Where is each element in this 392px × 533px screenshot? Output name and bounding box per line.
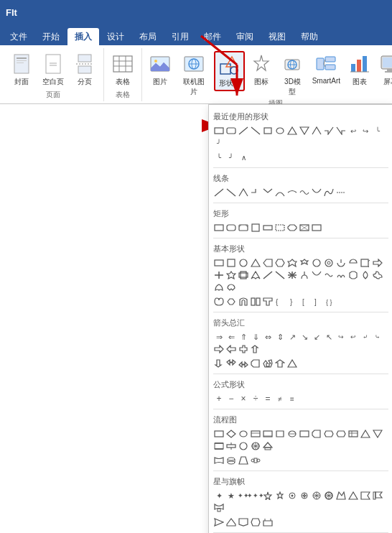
shape-item[interactable]: ★ (225, 490, 237, 501)
shape-item[interactable] (250, 296, 261, 307)
shape-item[interactable] (372, 490, 383, 501)
tab-layout[interactable]: 布局 (132, 28, 164, 45)
shape-item[interactable] (360, 428, 371, 440)
shape-item[interactable]: ╰ (213, 152, 225, 163)
shape-item[interactable] (238, 516, 249, 528)
shape-item[interactable] (299, 125, 310, 136)
shape-item[interactable]: } (286, 296, 298, 307)
shape-item[interactable] (311, 257, 322, 269)
shape-item[interactable] (274, 358, 286, 369)
shape-item[interactable] (274, 257, 286, 269)
shape-item[interactable] (238, 440, 249, 452)
shape-item[interactable] (238, 125, 249, 136)
screenshot-button[interactable]: 屏幕 (376, 51, 392, 88)
shape-item[interactable]: { } (323, 296, 335, 307)
shape-item[interactable]: ⇒ (213, 331, 225, 343)
tab-insert[interactable]: 插入 (67, 28, 99, 45)
shape-item[interactable] (347, 269, 359, 281)
shape-item[interactable]: ↖ (323, 331, 335, 343)
online-picture-button[interactable]: 联机图片 (177, 51, 211, 98)
shape-item[interactable] (286, 187, 298, 198)
shape-item[interactable] (311, 222, 322, 233)
shape-item[interactable]: ╯ (225, 152, 237, 163)
shape-item[interactable] (250, 125, 261, 136)
shape-item[interactable]: + (213, 393, 225, 404)
shape-item[interactable] (238, 269, 249, 281)
shape-item[interactable]: ⇕ (274, 331, 286, 343)
shape-item[interactable] (286, 222, 298, 233)
shape-item[interactable] (250, 516, 261, 528)
shape-item[interactable] (213, 440, 225, 452)
shape-item[interactable] (360, 257, 371, 269)
page-break-button[interactable]: 分页 (70, 51, 99, 88)
shape-item[interactable] (274, 125, 286, 136)
tab-view[interactable]: 视图 (261, 28, 293, 45)
shape-item[interactable]: ↩ (347, 331, 359, 343)
shape-item[interactable] (250, 428, 261, 440)
tab-reference[interactable]: 引用 (164, 28, 196, 45)
tab-start[interactable]: 开始 (35, 28, 67, 45)
shape-item[interactable] (286, 428, 298, 440)
shape-item[interactable] (213, 296, 225, 307)
shape-item[interactable] (323, 257, 335, 269)
shape-item[interactable] (225, 187, 237, 198)
shape-item[interactable] (238, 222, 249, 233)
shape-item[interactable] (238, 455, 249, 466)
shape-item[interactable] (213, 269, 225, 281)
shape-item[interactable] (262, 490, 274, 501)
shape-item[interactable] (225, 257, 237, 269)
shape-item[interactable] (262, 516, 274, 528)
shape-item[interactable] (335, 490, 347, 501)
shape-item[interactable]: [ (299, 296, 310, 307)
shape-item[interactable]: − (225, 393, 237, 404)
shape-item[interactable] (250, 187, 261, 198)
smartart-button[interactable]: SmartArt (309, 51, 342, 86)
shape-item[interactable]: ↪ (335, 331, 347, 343)
shape-item[interactable] (213, 343, 225, 355)
shape-item[interactable] (213, 516, 225, 528)
shape-item[interactable] (250, 257, 261, 269)
shape-item[interactable] (274, 269, 286, 281)
shape-item[interactable] (225, 282, 237, 293)
shape-item[interactable]: ⇓ (250, 331, 261, 343)
shape-item[interactable] (250, 343, 261, 355)
shape-item[interactable] (262, 440, 274, 452)
shape-item[interactable] (213, 125, 225, 136)
shape-item[interactable] (250, 455, 261, 466)
shape-item[interactable] (323, 125, 335, 136)
shape-item[interactable] (372, 428, 383, 440)
shape-item[interactable] (213, 428, 225, 440)
shape-item[interactable] (238, 257, 249, 269)
shape-item[interactable] (311, 125, 322, 136)
shape-item[interactable]: ↙ (311, 331, 322, 343)
shape-item[interactable] (238, 296, 249, 307)
shape-item[interactable] (299, 490, 310, 501)
shape-item[interactable] (360, 490, 371, 501)
shape-item[interactable] (335, 257, 347, 269)
shape-item[interactable] (238, 187, 249, 198)
shape-item[interactable]: ↘ (299, 331, 310, 343)
shape-item[interactable]: ↗ (286, 331, 298, 343)
shape-item[interactable] (286, 490, 298, 501)
shape-item[interactable]: ∧ (238, 152, 249, 163)
shape-item[interactable] (225, 516, 237, 528)
shape-item[interactable]: ≠ (274, 393, 286, 404)
shape-item[interactable] (213, 257, 225, 269)
shape-item[interactable] (311, 428, 322, 440)
tab-design[interactable]: 设计 (100, 28, 131, 45)
shape-item[interactable]: ↩ (347, 125, 359, 136)
shape-item[interactable] (323, 428, 335, 440)
shapes-button[interactable]: 形状 ▼ (214, 51, 245, 91)
shape-item[interactable]: ] (311, 296, 322, 307)
shape-item[interactable] (262, 187, 274, 198)
cover-button[interactable]: 封面 (7, 51, 36, 88)
shape-item[interactable] (213, 455, 225, 466)
shape-item[interactable] (225, 125, 237, 136)
shape-item[interactable] (372, 269, 383, 281)
shape-item[interactable] (262, 257, 274, 269)
shape-item[interactable] (262, 125, 274, 136)
shape-item[interactable] (225, 222, 237, 233)
shape-item[interactable]: ✦✦✦ (250, 490, 261, 501)
shape-item[interactable] (311, 490, 322, 501)
shape-item[interactable] (250, 269, 261, 281)
